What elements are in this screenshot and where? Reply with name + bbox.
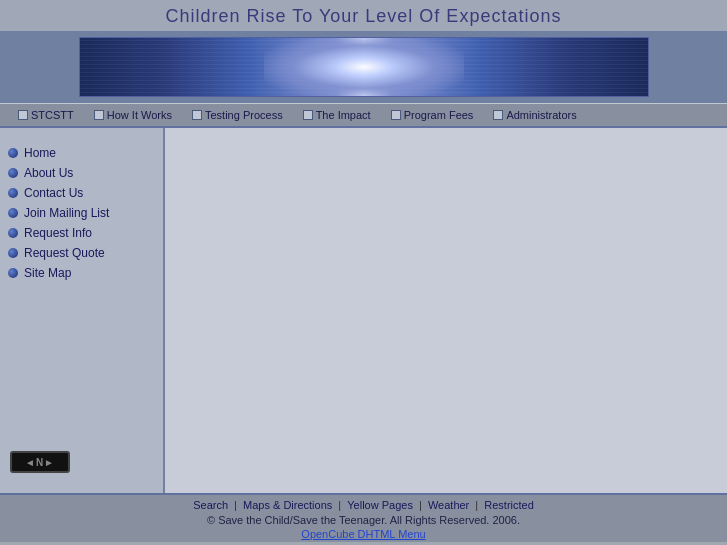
netscape-badge: ◄N►	[10, 451, 70, 473]
content-area	[165, 128, 727, 493]
top-nav-checkbox-the-impact	[303, 110, 313, 120]
top-nav-label-administrators: Administrators	[506, 109, 576, 121]
page-title-bar: Children Rise To Your Level Of Expectati…	[0, 0, 727, 31]
sidebar-bullet-home	[8, 148, 18, 158]
top-nav-checkbox-program-fees	[391, 110, 401, 120]
sidebar: HomeAbout UsContact UsJoin Mailing ListR…	[0, 128, 165, 493]
sidebar-label-contact-us: Contact Us	[24, 186, 83, 200]
sidebar-bullet-site-map	[8, 268, 18, 278]
banner-image	[79, 37, 649, 97]
sidebar-label-home: Home	[24, 146, 56, 160]
footer-separator: |	[335, 499, 344, 511]
top-nav-label-how-it-works: How It Works	[107, 109, 172, 121]
sidebar-bullet-about-us	[8, 168, 18, 178]
sidebar-item-join-mailing-list[interactable]: Join Mailing List	[0, 203, 163, 223]
sidebar-item-site-map[interactable]: Site Map	[0, 263, 163, 283]
sidebar-logo: ◄N►	[0, 441, 163, 483]
top-nav-checkbox-testing-process	[192, 110, 202, 120]
top-nav: STCSTTHow It WorksTesting ProcessThe Imp…	[0, 103, 727, 128]
top-nav-label-program-fees: Program Fees	[404, 109, 474, 121]
sidebar-item-home[interactable]: Home	[0, 143, 163, 163]
top-nav-item-program-fees[interactable]: Program Fees	[381, 107, 484, 123]
sidebar-bullet-join-mailing-list	[8, 208, 18, 218]
sidebar-item-about-us[interactable]: About Us	[0, 163, 163, 183]
footer-separator: |	[231, 499, 240, 511]
footer-link-search[interactable]: Search	[193, 499, 228, 511]
sidebar-nav: HomeAbout UsContact UsJoin Mailing ListR…	[0, 138, 163, 288]
sidebar-label-request-quote: Request Quote	[24, 246, 105, 260]
sidebar-item-request-info[interactable]: Request Info	[0, 223, 163, 243]
banner	[0, 31, 727, 103]
sidebar-bullet-request-quote	[8, 248, 18, 258]
footer-link-weather[interactable]: Weather	[428, 499, 469, 511]
top-nav-label-stcstt: STCSTT	[31, 109, 74, 121]
top-nav-item-how-it-works[interactable]: How It Works	[84, 107, 182, 123]
top-nav-item-the-impact[interactable]: The Impact	[293, 107, 381, 123]
top-nav-checkbox-stcstt	[18, 110, 28, 120]
banner-glow	[264, 37, 464, 97]
sidebar-item-contact-us[interactable]: Contact Us	[0, 183, 163, 203]
top-nav-item-administrators[interactable]: Administrators	[483, 107, 586, 123]
footer-opencube[interactable]: OpenCube DHTML Menu	[0, 528, 727, 540]
main-layout: HomeAbout UsContact UsJoin Mailing ListR…	[0, 128, 727, 493]
footer-link-yellow-pages[interactable]: Yellow Pages	[347, 499, 413, 511]
footer: Search | Maps & Directions | Yellow Page…	[0, 493, 727, 542]
top-nav-checkbox-how-it-works	[94, 110, 104, 120]
top-nav-item-testing-process[interactable]: Testing Process	[182, 107, 293, 123]
sidebar-item-request-quote[interactable]: Request Quote	[0, 243, 163, 263]
page-title: Children Rise To Your Level Of Expectati…	[0, 6, 727, 27]
footer-separator: |	[472, 499, 481, 511]
netscape-badge-label: ◄N►	[25, 457, 55, 468]
footer-link-maps-&-directions[interactable]: Maps & Directions	[243, 499, 332, 511]
footer-separator: |	[416, 499, 425, 511]
footer-copyright: © Save the Child/Save the Teenager. All …	[0, 514, 727, 526]
sidebar-label-join-mailing-list: Join Mailing List	[24, 206, 109, 220]
sidebar-label-about-us: About Us	[24, 166, 73, 180]
top-nav-item-stcstt[interactable]: STCSTT	[8, 107, 84, 123]
sidebar-bullet-contact-us	[8, 188, 18, 198]
top-nav-label-testing-process: Testing Process	[205, 109, 283, 121]
top-nav-checkbox-administrators	[493, 110, 503, 120]
top-nav-label-the-impact: The Impact	[316, 109, 371, 121]
sidebar-bullet-request-info	[8, 228, 18, 238]
sidebar-label-request-info: Request Info	[24, 226, 92, 240]
footer-links: Search | Maps & Directions | Yellow Page…	[0, 499, 727, 511]
sidebar-label-site-map: Site Map	[24, 266, 71, 280]
footer-link-restricted[interactable]: Restricted	[484, 499, 534, 511]
